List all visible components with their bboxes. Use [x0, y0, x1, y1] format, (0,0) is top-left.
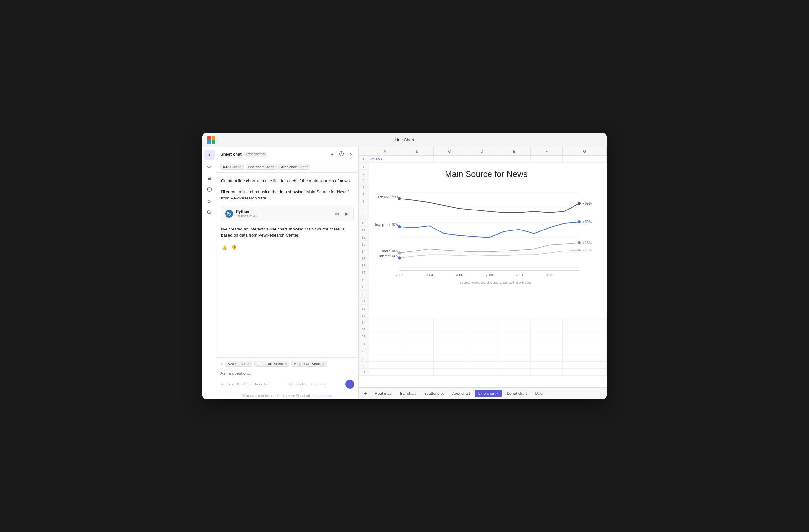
gear-icon: ⚙ — [207, 199, 211, 204]
python-code-block[interactable]: Py Python 18 lines at A1 <> ▶ — [221, 206, 354, 221]
grid-body: 1 CHART Main Source for News — [359, 156, 607, 387]
add-icon[interactable]: + — [330, 150, 335, 158]
cell-e1[interactable] — [498, 156, 531, 162]
tab-area-chart[interactable]: Area chart — [448, 390, 474, 397]
svg-point-15 — [398, 225, 401, 228]
sheet-tabs: + Heat map Bar chart Scatter plot Area c… — [359, 387, 607, 399]
main-content: ✦ <> ⊞ ⚙ — [202, 147, 607, 399]
icon-sidebar: ✦ <> ⊞ ⚙ — [202, 147, 217, 399]
thumbs-down-icon: 👎 — [231, 245, 237, 250]
database-sidebar-btn[interactable] — [204, 185, 214, 195]
svg-point-17 — [398, 256, 401, 259]
chat-header-actions: + ✕ — [330, 150, 355, 159]
settings-sidebar-btn[interactable]: ⚙ — [204, 196, 214, 207]
cell-f1[interactable] — [531, 156, 563, 162]
cell-c1[interactable] — [434, 156, 466, 162]
remove-linechart-tag[interactable]: ✕ — [284, 362, 287, 366]
cell-b1[interactable] — [401, 156, 434, 162]
remove-b26-tag[interactable]: ✕ — [247, 362, 250, 366]
app-window: Line Chart ✦ <> ⊞ — [202, 133, 607, 399]
chat-title: Sheet chat — [220, 152, 242, 157]
col-header-f: F — [531, 147, 563, 155]
chat-input[interactable] — [220, 369, 355, 377]
col-header-g: G — [563, 147, 607, 155]
learn-more-link[interactable]: Learn more. — [313, 394, 332, 398]
add-context-btn[interactable]: + — [220, 361, 223, 367]
table-row: 26 — [359, 333, 607, 340]
svg-text:● 50%: ● 50% — [582, 220, 591, 224]
svg-point-18 — [578, 202, 581, 205]
tab-donut-chart[interactable]: Donut chart — [503, 390, 531, 397]
submit-btn[interactable]: ↑ — [345, 379, 355, 389]
chart-title: Main Source for News — [375, 169, 597, 179]
search-sidebar-btn[interactable] — [204, 208, 214, 218]
ai-message-2: I've created an interactive line chart s… — [221, 226, 354, 238]
search-icon — [207, 210, 212, 216]
chat-context-bar: K43 Cursor Line chart Sheet Area chart S… — [217, 161, 358, 173]
database-icon — [207, 187, 212, 193]
tab-line-chart[interactable]: Line chart ▾ — [475, 390, 502, 397]
tab-bar-chart[interactable]: Bar chart — [396, 390, 420, 397]
svg-text:2004: 2004 — [426, 273, 433, 277]
keyboard-shortcuts: ⇧↵ new line ↵ submit — [288, 382, 325, 386]
table-row: 29 — [359, 354, 607, 361]
add-sheet-btn[interactable]: + — [361, 389, 370, 398]
python-icon: Py — [225, 210, 233, 217]
table-row: 31 — [359, 369, 607, 376]
table-row: 1 CHART — [359, 156, 607, 163]
user-message-1: Create a line chart with one line for ea… — [221, 178, 354, 184]
close-icon[interactable]: ✕ — [348, 150, 355, 158]
remove-areachart-tag[interactable]: ✕ — [322, 362, 325, 366]
svg-rect-0 — [207, 136, 211, 140]
ai-sidebar-btn[interactable]: ✦ — [204, 150, 214, 160]
thumbs-up-btn[interactable]: 👍 — [221, 244, 228, 251]
history-icon[interactable] — [338, 150, 345, 159]
thumbs-down-btn[interactable]: 👎 — [230, 244, 237, 251]
feedback-row: 👍 👎 — [221, 244, 354, 251]
view-code-btn[interactable]: <> — [333, 211, 341, 217]
title-bar: Line Chart — [202, 133, 607, 147]
tab-data[interactable]: Data — [532, 390, 547, 397]
tab-heat-map[interactable]: Heat map — [371, 390, 395, 397]
col-header-e: E — [498, 147, 531, 155]
col-header-d: D — [466, 147, 498, 155]
tab-scatter-plot[interactable]: Scatter plot — [420, 390, 448, 397]
input-tag-area-chart: Area chart Sheet ✕ — [291, 361, 328, 367]
svg-rect-3 — [212, 140, 215, 144]
svg-text:2012: 2012 — [545, 273, 553, 277]
svg-text:● 23%: ● 23% — [582, 248, 591, 252]
grid-sidebar-btn[interactable]: ⊞ — [204, 173, 214, 183]
chart-svg-wrapper: Television 74% Newspaper 45% Radio 18% I… — [375, 185, 597, 297]
col-header-a: A — [369, 147, 401, 155]
chart-svg: Television 74% Newspaper 45% Radio 18% I… — [375, 185, 597, 295]
table-row: 27 — [359, 340, 607, 347]
model-selector[interactable]: Bedrock: Claude 3.5 Sonnet ▾ — [220, 382, 268, 386]
table-row: 30 — [359, 361, 607, 369]
svg-text:2006: 2006 — [455, 273, 463, 277]
chart-container: Main Source for News — [369, 163, 607, 318]
chat-input-area: + B26 Cursor ✕ Line chart Sheet ✕ Area c… — [217, 357, 358, 392]
code-icon: <> — [207, 164, 211, 169]
code-sidebar-btn[interactable]: <> — [204, 161, 214, 172]
svg-point-4 — [207, 188, 211, 189]
run-code-btn[interactable]: ▶ — [343, 211, 349, 217]
window-title: Line Chart — [395, 138, 414, 142]
play-icon: ▶ — [345, 211, 348, 216]
privacy-notice: Your data can be used to improve Quadrat… — [217, 392, 358, 399]
table-row: 25 — [359, 326, 607, 333]
chat-messages: Create a line chart with one line for ea… — [217, 173, 358, 357]
cell-g1[interactable] — [563, 156, 607, 162]
column-headers: A B C D E F G — [359, 147, 607, 156]
sparkle-icon: ✦ — [207, 153, 211, 158]
svg-text:Internet 13%: Internet 13% — [379, 254, 398, 258]
svg-text:● 69%: ● 69% — [582, 202, 591, 205]
chat-header: Sheet chat Experimental + ✕ — [217, 147, 358, 161]
send-icon: ↑ — [349, 382, 351, 387]
row-number-header — [359, 147, 369, 155]
experimental-badge: Experimental — [244, 152, 267, 157]
spreadsheet-area: A B C D E F G 1 CHART — [359, 147, 607, 399]
svg-point-14 — [398, 197, 401, 200]
code-brackets-icon: <> — [334, 211, 340, 216]
cell-d1[interactable] — [466, 156, 498, 162]
cell-a1[interactable]: CHART — [369, 156, 401, 162]
